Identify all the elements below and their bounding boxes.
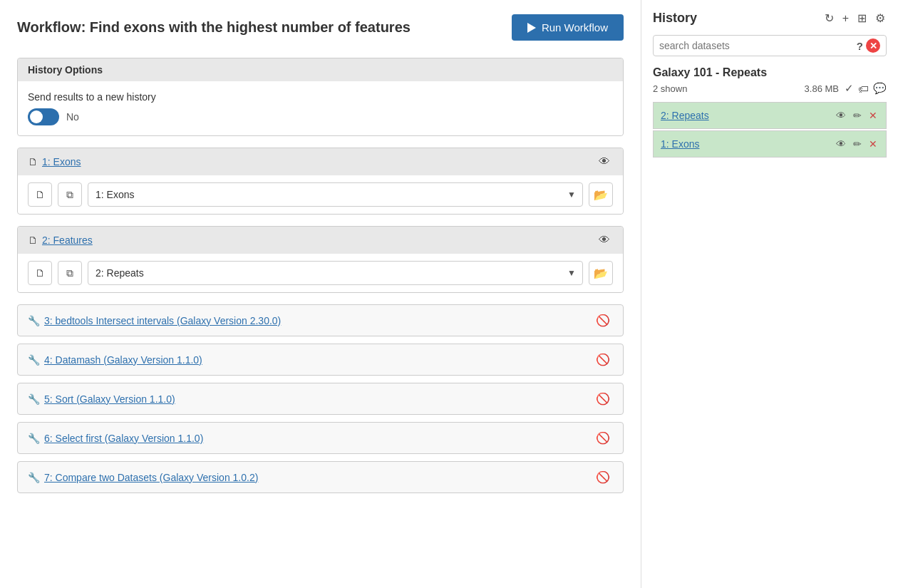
history-settings-btn[interactable]: ⚙ [874, 10, 887, 26]
history-name: Galaxy 101 - Repeats [653, 66, 887, 79]
input-step-1: 🗋 1: Exons 👁 🗋 ⧉ 1: Exons 2: Repeats ▼ 📂 [17, 148, 624, 215]
tool-step-5: 🔧 5: Sort (Galaxy Version 1.1.0) 🚫 [17, 383, 624, 415]
step-2-copy-btn[interactable]: ⧉ [58, 261, 82, 285]
dataset-item-2: 2: Repeats 👁 ✏ ✕ [653, 102, 887, 129]
dataset-item-1: 1: Exons 👁 ✏ ✕ [653, 130, 887, 158]
history-checkmark-btn[interactable]: ✓ [845, 82, 854, 95]
toggle-label: Send results to a new history [28, 91, 613, 103]
history-comment-btn[interactable]: 💬 [873, 82, 887, 95]
tool-step-4-left: 🔧 4: Datamash (Galaxy Version 1.1.0) [28, 354, 202, 366]
dataset-1-edit-btn[interactable]: ✏ [852, 137, 863, 151]
search-row: ? ✕ [653, 35, 887, 56]
document-icon-step2: 🗋 [28, 234, 38, 246]
tool-step-3-link[interactable]: 3: bedtools Intersect intervals (Galaxy … [44, 315, 281, 326]
tool-step-7-link[interactable]: 7: Compare two Datasets (Galaxy Version … [44, 472, 258, 483]
left-panel: Workflow: Find exons with the highest nu… [0, 0, 641, 588]
right-panel: History ↻ + ⊞ ⚙ ? ✕ Galaxy 101 - Repeats… [641, 0, 898, 588]
history-new-btn[interactable]: + [841, 11, 850, 26]
tool-step-5-hide-btn[interactable]: 🚫 [593, 391, 613, 407]
toggle-value: No [66, 111, 79, 123]
tool-step-3-hide-btn[interactable]: 🚫 [593, 312, 613, 329]
history-meta-right: 3.86 MB ✓ 🏷 💬 [805, 82, 887, 95]
step-2-eye-button[interactable]: 👁 [596, 232, 613, 248]
step-2-header-left: 🗋 2: Features [28, 234, 93, 246]
document-icon-step1: 🗋 [28, 156, 38, 167]
step-2-folder-btn[interactable]: 📂 [589, 261, 613, 285]
history-panel-title: History [653, 11, 697, 26]
search-clear-btn[interactable]: ✕ [866, 38, 880, 53]
input-step-2: 🗋 2: Features 👁 🗋 ⧉ 1: Exons 2: Repeats … [17, 226, 624, 293]
toggle-knob [30, 110, 43, 123]
history-shown-label: 2 shown [653, 83, 687, 94]
step-2-select-wrapper: 1: Exons 2: Repeats ▼ [88, 261, 583, 285]
tool-step-4-hide-btn[interactable]: 🚫 [593, 351, 613, 368]
step-1-dataset-select[interactable]: 1: Exons 2: Repeats [88, 182, 583, 207]
tool-step-6-hide-btn[interactable]: 🚫 [593, 430, 613, 446]
workflow-header: Workflow: Find exons with the highest nu… [17, 14, 624, 41]
step-1-select-wrapper: 1: Exons 2: Repeats ▼ [88, 182, 583, 207]
history-options-section: History Options Send results to a new hi… [17, 58, 624, 136]
step-1-body: 🗋 ⧉ 1: Exons 2: Repeats ▼ 📂 [18, 175, 623, 214]
run-workflow-button[interactable]: Run Workflow [512, 14, 624, 41]
dataset-2-icons: 👁 ✏ ✕ [835, 108, 879, 123]
toggle-slider [28, 108, 59, 125]
history-header: History ↻ + ⊞ ⚙ [653, 10, 887, 26]
dataset-2-delete-btn[interactable]: ✕ [867, 108, 879, 123]
play-icon [527, 23, 536, 33]
tool-step-7-left: 🔧 7: Compare two Datasets (Galaxy Versio… [28, 472, 258, 483]
history-tag-btn[interactable]: 🏷 [858, 83, 869, 95]
tool-step-4: 🔧 4: Datamash (Galaxy Version 1.1.0) 🚫 [17, 344, 624, 376]
tool-step-4-header: 🔧 4: Datamash (Galaxy Version 1.1.0) 🚫 [18, 344, 623, 375]
history-options-title: History Options [28, 64, 103, 76]
dataset-2-view-btn[interactable]: 👁 [835, 108, 847, 123]
wrench-icon-5: 🔧 [28, 393, 40, 405]
step-2-dataset-select[interactable]: 1: Exons 2: Repeats [88, 261, 583, 285]
wrench-icon-7: 🔧 [28, 472, 40, 483]
tool-step-3-header: 🔧 3: bedtools Intersect intervals (Galax… [18, 305, 623, 336]
tool-step-3-left: 🔧 3: bedtools Intersect intervals (Galax… [28, 315, 281, 326]
wrench-icon-3: 🔧 [28, 315, 40, 326]
step-1-eye-button[interactable]: 👁 [596, 154, 613, 170]
step-1-folder-btn[interactable]: 📂 [589, 182, 613, 207]
tool-step-7-header: 🔧 7: Compare two Datasets (Galaxy Versio… [18, 462, 623, 492]
tool-step-7-hide-btn[interactable]: 🚫 [593, 469, 613, 485]
step-2-link[interactable]: 2: Features [42, 234, 93, 246]
step-2-body: 🗋 ⧉ 1: Exons 2: Repeats ▼ 📂 [18, 254, 623, 292]
step-1-header-left: 🗋 1: Exons [28, 156, 81, 167]
history-options-body: Send results to a new history No [18, 81, 623, 135]
dataset-1-name[interactable]: 1: Exons [661, 138, 699, 150]
search-help-btn[interactable]: ? [857, 40, 863, 52]
dataset-1-view-btn[interactable]: 👁 [835, 137, 847, 151]
history-header-icons: ↻ + ⊞ ⚙ [823, 10, 887, 26]
step-2-header: 🗋 2: Features 👁 [18, 227, 623, 254]
history-refresh-btn[interactable]: ↻ [823, 10, 835, 26]
dataset-2-name[interactable]: 2: Repeats [661, 110, 709, 121]
step-1-new-dataset-btn[interactable]: 🗋 [28, 182, 52, 207]
tool-step-6: 🔧 6: Select first (Galaxy Version 1.1.0)… [17, 422, 624, 454]
dataset-1-icons: 👁 ✏ ✕ [835, 137, 879, 151]
search-datasets-input[interactable] [659, 40, 854, 51]
step-2-new-dataset-btn[interactable]: 🗋 [28, 261, 52, 285]
toggle-row: No [28, 108, 613, 125]
run-workflow-label: Run Workflow [542, 21, 608, 33]
tool-step-7: 🔧 7: Compare two Datasets (Galaxy Versio… [17, 461, 624, 493]
step-1-header: 🗋 1: Exons 👁 [18, 148, 623, 175]
history-size-label: 3.86 MB [805, 83, 839, 94]
tool-step-4-link[interactable]: 4: Datamash (Galaxy Version 1.1.0) [44, 354, 202, 366]
tool-step-5-header: 🔧 5: Sort (Galaxy Version 1.1.0) 🚫 [18, 383, 623, 414]
tool-step-3: 🔧 3: bedtools Intersect intervals (Galax… [17, 304, 624, 336]
step-1-link[interactable]: 1: Exons [42, 156, 81, 167]
tool-step-5-link[interactable]: 5: Sort (Galaxy Version 1.1.0) [44, 393, 175, 405]
history-meta-row: 2 shown 3.86 MB ✓ 🏷 💬 [653, 82, 887, 95]
dataset-2-edit-btn[interactable]: ✏ [852, 108, 863, 123]
tool-step-6-link[interactable]: 6: Select first (Galaxy Version 1.1.0) [44, 433, 203, 444]
new-history-toggle[interactable] [28, 108, 59, 125]
tool-step-6-header: 🔧 6: Select first (Galaxy Version 1.1.0)… [18, 423, 623, 453]
workflow-title: Workflow: Find exons with the highest nu… [17, 19, 411, 36]
dataset-1-delete-btn[interactable]: ✕ [867, 137, 879, 151]
tool-step-6-left: 🔧 6: Select first (Galaxy Version 1.1.0) [28, 433, 203, 444]
step-1-copy-btn[interactable]: ⧉ [58, 182, 82, 207]
wrench-icon-4: 🔧 [28, 354, 40, 366]
tool-step-5-left: 🔧 5: Sort (Galaxy Version 1.1.0) [28, 393, 175, 405]
history-columns-btn[interactable]: ⊞ [856, 10, 868, 26]
